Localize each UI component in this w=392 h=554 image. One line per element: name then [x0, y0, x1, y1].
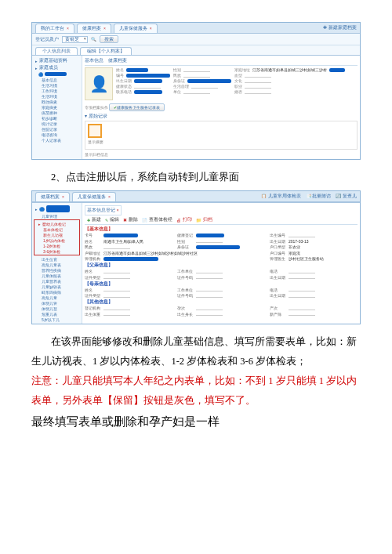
side-group-members[interactable]: 家庭成员	[34, 64, 80, 71]
archive-info-label: 显示归档信息	[85, 152, 358, 157]
tab-edit-person[interactable]: 编辑【个人档案】	[80, 47, 132, 55]
other-grid: 登记机构 孕次 产次 出生体重 出生身长 新产筛	[85, 306, 358, 317]
sidebar-2: 🔵 儿童管理 ▸ 婴幼儿体检记 基本体检记 新生儿访视 1岁以内体检 1-2岁体…	[32, 203, 82, 324]
screenshot-1: 我的工作台× 健康档案× 儿童保健服务× ✚ 新建家庭档案 登记员及户 黄银芝 …	[31, 22, 361, 160]
side-item-red[interactable]: 新生儿访视	[35, 232, 78, 237]
side-item[interactable]: 疫苗接种	[34, 110, 80, 115]
side-item-red[interactable]: 1岁以内体检	[35, 237, 78, 243]
mother-grid: 姓名 工作单位 电话 证件类型 证件号码 出生日期	[85, 288, 358, 299]
side-item[interactable]: 出生位育	[34, 256, 80, 262]
side-item-red[interactable]: 1-2岁体检	[35, 243, 78, 248]
action-batch-followup[interactable]: 📑 批量随访	[306, 194, 332, 199]
side-item[interactable]: 初步诊断	[34, 115, 80, 121]
side-child-name[interactable]: 🔵	[34, 205, 80, 213]
summary-icon[interactable]	[88, 124, 102, 138]
tab-person-list[interactable]: 个人信息列表	[35, 47, 78, 55]
info-col-3: 家庭地址 江苏省南通市如皋县如城三沙村如城三沙村 血型 文化 职业 婚否	[234, 67, 345, 100]
search-button[interactable]: 搜索	[100, 35, 118, 43]
sec-mother: 【母亲信息】	[85, 281, 358, 287]
side-item-red[interactable]: 3-6岁体检	[35, 248, 78, 254]
panel-tab[interactable]: 基本信息登记 ×	[85, 205, 122, 215]
side-item[interactable]: 电话咨询	[34, 132, 80, 137]
side-item[interactable]: 生活习惯	[34, 82, 80, 88]
action-common-exam[interactable]: 📋 儿童常用体检表	[261, 194, 301, 199]
tb-delete[interactable]: ✖删除	[123, 217, 138, 223]
new-family-archive-link[interactable]: ✚ 新建家庭档案	[323, 24, 357, 31]
tb-print[interactable]: 🖨打印	[176, 217, 192, 223]
warning-text: 注意：儿童只能填写本人年纪之内表单，比如：不到 1 岁只能填 1 岁以内表单，另…	[31, 371, 361, 411]
action-recheck[interactable]: 🔄 复查儿	[336, 194, 357, 199]
content-area-1: 基本信息 健康档案 姓名 编号 出生日期 健康状态 联系电话 性别 民族 身份证…	[82, 56, 360, 159]
side-item[interactable]: 儿童营养表	[34, 278, 80, 284]
filter-bar: 登记员及户 黄银芝 🔍 搜索	[32, 34, 360, 45]
sidebar-1: 家庭基础资料 家庭成员 🔵 基本信息 生活习惯 工作环境 生活环境 既往病史 家…	[32, 56, 82, 159]
basic-grid: 卡号 健康登记 出生编号 姓名南通市卫生局/如皋人民 性别 出生日期2017-0…	[85, 233, 358, 261]
info-col-1: 姓名 编号 出生日期 健康状态 联系电话	[116, 67, 170, 100]
step-2-text: 2、点击注册以后，系统自动转到儿童界面	[31, 168, 361, 187]
oper-row: 专项档案操作 ✔ 健康服务卫生服务记录表	[85, 103, 358, 111]
side-item[interactable]: 既往病史	[34, 99, 80, 104]
tb-edit[interactable]: ✎编辑	[105, 217, 119, 223]
side-item[interactable]: 基本信息	[34, 77, 80, 82]
sec-father: 【父亲信息】	[85, 263, 358, 268]
filter-label: 登记员及户	[35, 37, 59, 42]
tab-workbench[interactable]: 我的工作台×	[35, 24, 74, 33]
oper-button[interactable]: ✔ 健康服务卫生服务记录表	[109, 103, 165, 111]
inner-tabs: 个人信息列表 编辑【个人档案】	[32, 45, 360, 55]
side-item[interactable]: 工作环境	[34, 88, 80, 93]
father-grid: 姓名 工作单位 电话 证件类型 证件号码 出生日期	[85, 269, 358, 280]
para-1: 在该界面能够修改和删除儿童基础信息、填写所需要表单，比如：新生儿访视表、1 岁以…	[31, 332, 361, 371]
window-tabbar: 我的工作台× 健康档案× 儿童保健服务× ✚ 新建家庭档案	[32, 23, 360, 34]
side-item[interactable]: 危重儿表	[34, 311, 80, 317]
side-item[interactable]: 高危儿童	[34, 295, 80, 300]
orig-records-title[interactable]: ▾ 原始记录	[85, 114, 358, 119]
side-item[interactable]: 营养性疾病	[34, 267, 80, 273]
form-toolbar: ✚新建 ✎编辑 ✖删除 📄查看体检经 🖨打印 📁归档	[85, 215, 358, 225]
tb-archive[interactable]: 📁归档	[196, 217, 212, 223]
side-item[interactable]: 住院记录	[34, 126, 80, 132]
side-item[interactable]: 儿童缺铁表	[34, 284, 80, 289]
side-item[interactable]: 家庭病史	[34, 104, 80, 110]
content-area-2: 基本信息登记 × ✚新建 ✎编辑 ✖删除 📄查看体检经 🖨打印 📁归档 【基本信…	[82, 203, 360, 324]
tab-health-archive[interactable]: 健康档案×	[77, 24, 111, 33]
final-text: 最终填写表单或删除和孕产妇是一样	[31, 411, 361, 433]
tb-new[interactable]: ✚新建	[87, 217, 101, 223]
side-item[interactable]: 体弱儿管	[34, 300, 80, 306]
side-group-infant[interactable]: ▸ 婴幼儿体检记	[35, 221, 78, 226]
avatar-icon	[85, 67, 113, 100]
side-child-mgmt[interactable]: 儿童管理	[34, 213, 80, 219]
hdr-basic: 基本信息	[85, 58, 103, 63]
side-item[interactable]: 体弱儿登	[34, 306, 80, 311]
hdr-archive: 健康档案	[108, 58, 127, 63]
sec-basic: 【基本信息】	[85, 226, 358, 232]
side-item[interactable]: 统计记录	[34, 121, 80, 126]
tab-child-care-2[interactable]: 儿童保健服务×	[72, 192, 116, 201]
side-item[interactable]: 个人记录表	[34, 137, 80, 143]
window-tabbar-2: 健康档案× 儿童保健服务× 📋 儿童常用体检表 📑 批量随访 🔄 复查儿	[32, 191, 360, 202]
tb-view[interactable]: 📄查看体检经	[142, 217, 172, 223]
side-member-name[interactable]: 🔵	[34, 71, 80, 77]
side-item[interactable]: 5岁以下儿	[34, 317, 80, 322]
red-highlight-box: ▸ 婴幼儿体检记 基本体检记 新生儿访视 1岁以内体检 1-2岁体检 3-6岁体…	[34, 219, 80, 255]
right-actions: 📋 儿童常用体检表 📑 批量随访 🔄 复查儿	[261, 194, 357, 199]
screenshot-2: 健康档案× 儿童保健服务× 📋 儿童常用体检表 📑 批量随访 🔄 复查儿 🔵 儿…	[31, 190, 361, 324]
tab-health-archive-2[interactable]: 健康档案×	[35, 192, 70, 201]
summary-label: 显示摘要	[88, 139, 354, 144]
side-item[interactable]: 高危儿童表	[34, 262, 80, 267]
side-item[interactable]: 生活环境	[34, 93, 80, 99]
info-col-2: 性别 民族 身份证 生活自理 单位	[173, 67, 231, 100]
side-item[interactable]: 儿童体能表	[34, 273, 80, 278]
side-item-red[interactable]: 基本体检记	[35, 226, 78, 232]
sec-other: 【其他信息】	[85, 299, 358, 305]
tab-child-care[interactable]: 儿童保健服务×	[114, 24, 158, 33]
side-item[interactable]: 畸形四病筛	[34, 289, 80, 295]
search-icon: 🔍	[91, 37, 96, 42]
filter-select[interactable]: 黄银芝	[62, 36, 88, 43]
side-group-family[interactable]: 家庭基础资料	[34, 57, 80, 64]
